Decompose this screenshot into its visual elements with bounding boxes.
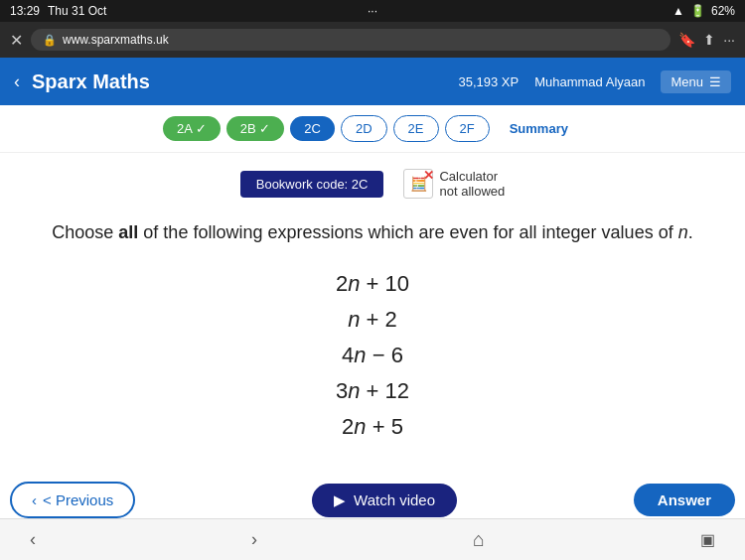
watch-video-button[interactable]: ▶ Watch video [312, 484, 457, 517]
dots: ··· [368, 4, 377, 18]
device-bottom-bar: ‹ › ⌂ ▣ [0, 518, 745, 560]
calculator-info: 🧮 ✕ Calculator not allowed [403, 169, 505, 199]
menu-label: Menu [670, 74, 703, 89]
bookmark-icon[interactable]: 🔖 [678, 32, 695, 48]
video-icon: ▶ [334, 491, 346, 509]
device-forward-arrow[interactable]: › [251, 529, 257, 550]
tab-2A[interactable]: 2A ✓ [163, 116, 221, 141]
expression-2[interactable]: n + 2 [348, 307, 397, 333]
device-home-icon[interactable]: ⌂ [473, 528, 485, 551]
info-row: Bookwork code: 2C 🧮 ✕ Calculator not all… [240, 169, 506, 199]
calculator-label: Calculator [439, 169, 505, 184]
calculator-sublabel: not allowed [439, 184, 505, 199]
tab-2D[interactable]: 2D [341, 115, 387, 142]
tab-summary[interactable]: Summary [496, 116, 582, 141]
question-bold: all [118, 222, 138, 242]
share-icon[interactable]: ⬆ [703, 32, 715, 48]
wifi-icon: ▲ [672, 4, 684, 18]
expression-1[interactable]: 2n + 10 [336, 271, 409, 297]
tab-2E[interactable]: 2E [393, 115, 439, 142]
calculator-icon: 🧮 ✕ [403, 169, 433, 199]
date: Thu 31 Oct [48, 4, 106, 18]
app-title: Sparx Maths [32, 70, 458, 93]
time: 13:29 [10, 4, 40, 18]
url-bar[interactable]: 🔒 www.sparxmaths.uk [31, 29, 670, 51]
expression-4[interactable]: 3n + 12 [336, 378, 409, 404]
status-bar: 13:29 Thu 31 Oct ··· ▲ 🔋 62% [0, 0, 745, 22]
more-icon[interactable]: ··· [723, 32, 735, 48]
tab-2C[interactable]: 2C [290, 116, 335, 141]
app-header: ‹ Sparx Maths 35,193 XP Muhammad Alyaan … [0, 58, 745, 105]
hamburger-icon: ☰ [709, 74, 721, 89]
tab-2B[interactable]: 2B ✓ [226, 116, 285, 141]
content-area: Bookwork code: 2C 🧮 ✕ Calculator not all… [0, 153, 745, 456]
previous-label: < Previous [43, 491, 113, 508]
watch-video-label: Watch video [354, 491, 435, 508]
battery-percent: 62% [711, 4, 735, 18]
expressions-list: 2n + 10 n + 2 4n − 6 3n + 12 2n + 5 [336, 271, 409, 440]
tab-bar: 2A ✓ 2B ✓ 2C 2D 2E 2F Summary [0, 105, 745, 153]
bookwork-code: Bookwork code: 2C [240, 171, 384, 198]
device-square-icon[interactable]: ▣ [700, 530, 715, 549]
previous-button[interactable]: ‹ < Previous [10, 482, 135, 518]
answer-button[interactable]: Answer [634, 484, 735, 516]
browser-bar: ✕ 🔒 www.sparxmaths.uk 🔖 ⬆ ··· [0, 22, 745, 58]
expression-3[interactable]: 4n − 6 [342, 343, 403, 368]
battery-icon: 🔋 [690, 4, 705, 18]
browser-actions: 🔖 ⬆ ··· [678, 32, 735, 48]
back-button[interactable]: ‹ [14, 71, 20, 92]
device-back-arrow[interactable]: ‹ [30, 529, 36, 550]
lock-icon: 🔒 [43, 34, 57, 47]
menu-button[interactable]: Menu ☰ [661, 70, 731, 93]
url-text: www.sparxmaths.uk [63, 33, 169, 47]
browser-close-button[interactable]: ✕ [10, 31, 23, 50]
expression-5[interactable]: 2n + 5 [342, 414, 403, 440]
question-rest: of the following expressions which are e… [138, 222, 692, 242]
tab-2F[interactable]: 2F [445, 115, 490, 142]
question-text: Choose all of the following expressions … [52, 218, 692, 247]
previous-icon: ‹ [32, 491, 37, 508]
xp-display: 35,193 XP [458, 74, 519, 89]
not-allowed-icon: ✕ [423, 168, 434, 183]
user-name: Muhammad Alyaan [534, 74, 645, 89]
question-intro: Choose [52, 222, 118, 242]
bottom-navigation: ‹ < Previous ▶ Watch video Answer [0, 482, 745, 518]
